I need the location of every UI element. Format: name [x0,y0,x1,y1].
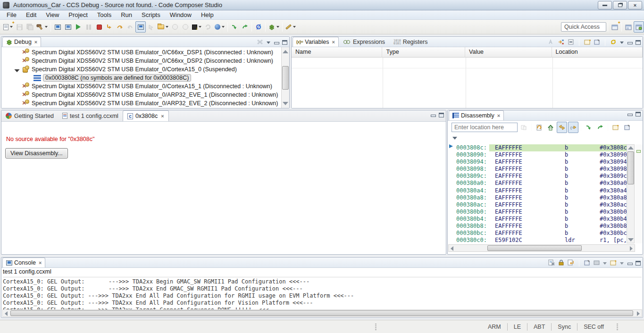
close-window-button[interactable]: × [628,1,642,9]
disassembly-row[interactable]: 000380ac:EAFFFFFEb#0x380ac [448,201,627,208]
minimize-window-button[interactable] [598,1,612,9]
debug-tree-scrollbar[interactable] [281,47,289,108]
home-icon[interactable] [545,122,556,133]
view-menu-icon[interactable] [620,42,624,44]
chevron-down-icon[interactable] [452,137,457,140]
tab-getting-started[interactable]: Getting Started [1,110,58,121]
column-header-value[interactable]: Value [465,47,552,58]
menu-run[interactable]: Run [116,10,137,20]
open-console-icon[interactable]: ✦ [610,259,617,267]
new-view-icon[interactable]: ✦ [611,122,621,133]
resume-button[interactable] [73,21,84,33]
debug-tree-item[interactable]: Spectrum Digital XDS560V2 STM USB Emulat… [1,48,281,57]
save-all-button[interactable] [25,21,35,33]
display-console-icon[interactable] [594,259,600,267]
chevron-down-icon[interactable] [620,262,624,265]
suspend-button[interactable] [84,21,94,33]
terminate-button[interactable] [94,21,104,33]
step-into-icon[interactable] [584,122,594,133]
build-button[interactable] [35,21,49,33]
instruction-stepping-toggle[interactable] [135,21,146,33]
assembly-step-button[interactable] [146,21,156,33]
save-button[interactable] [14,21,25,33]
refresh-view-icon[interactable] [534,122,544,133]
disassembly-row[interactable]: 000380a8:EAFFFFFEb#0x380a8 [448,194,627,201]
step-over-button[interactable] [115,21,125,33]
step-into-asm-button[interactable] [229,21,240,33]
menu-help[interactable]: Help [196,10,218,20]
tab-0x3808c[interactable]: c 0x3808c × [123,110,169,121]
clear-console-icon[interactable] [548,259,555,267]
minimize-view-icon[interactable] [430,113,435,117]
disassembly-vscrollbar[interactable] [627,144,635,243]
refresh-icon[interactable] [610,38,617,47]
flash-button[interactable] [191,21,203,33]
disassembly-hscrollbar[interactable] [448,244,635,252]
console-output[interactable]: CortexA15_0: GEL Output: --->>> TDA2xx B… [3,277,642,311]
menu-window[interactable]: Window [165,10,196,20]
disassembly-row[interactable]: 000380c0:E59F102Cldrr1, [pc, [448,237,627,244]
menu-project[interactable]: Project [64,10,92,20]
maximize-view-icon[interactable] [636,112,641,117]
tree-expander-icon[interactable] [14,67,19,72]
reset-button[interactable] [203,21,213,33]
multicore-button[interactable] [213,21,226,33]
location-input[interactable] [452,123,518,132]
reset-pc-button[interactable]: Ø [253,21,264,33]
maximize-view-icon[interactable] [636,40,641,45]
minimize-view-icon[interactable] [627,112,632,117]
restore-debug-state-button[interactable] [170,21,180,33]
menu-view[interactable]: View [41,10,64,20]
menu-tools[interactable]: Tools [92,10,116,20]
tab-variables[interactable]: (x)= Variables × [293,37,339,47]
maximize-view-icon[interactable] [282,40,287,45]
debug-tree-item[interactable]: Spectrum Digital XDS560V2 STM USB Emulat… [1,57,281,65]
quick-access-input[interactable] [561,22,606,32]
tab-registers[interactable]: 10100101 Registers [390,37,431,47]
statusbar-grip[interactable] [375,324,376,330]
new-file-button[interactable]: ✦ [2,21,14,33]
disassembly-row[interactable]: 000380b0:EAFFFFFEb#0x380b0 [448,208,627,216]
column-header-location[interactable]: Location [552,47,643,58]
column-header-type[interactable]: Type [382,47,465,58]
ccs-debug-perspective-button[interactable] [634,21,644,33]
disassembly-row[interactable]: 00038098:EAFFFFFEb#0x38098 [448,166,627,173]
menu-scripts[interactable]: Scripts [137,10,165,20]
view-menu-icon[interactable] [267,42,270,44]
pin-view-icon[interactable] [622,122,632,133]
debug-tree-item[interactable]: Spectrum Digital XDS560V2 STM USB Emulat… [1,82,281,91]
show-on-output-icon[interactable] [568,259,574,267]
disassembly-row[interactable]: 00038090:EAFFFFFEb#0x38090 [448,151,627,158]
disconnect-icon[interactable] [257,38,263,47]
disassembly-row[interactable]: 000380a0:EAFFFFFEb#0x380a0 [448,180,627,187]
new-target-configuration-button[interactable] [52,21,63,33]
load-program-button[interactable] [156,21,170,33]
console-hscrollbar[interactable] [2,309,642,317]
tab-disassembly[interactable]: Disassembly × [449,110,504,120]
debug-tree-item[interactable]: Spectrum Digital XDS560V2 STM USB Emulat… [1,91,281,99]
debug-tree-item[interactable]: 0x0003808C (no symbols are defined for 0… [1,74,281,82]
step-into-button[interactable] [104,21,115,33]
track-pc-toggle[interactable]: (= [568,122,578,133]
minimize-view-icon[interactable] [274,41,279,45]
new-view-icon[interactable]: ✦ [584,38,591,47]
close-icon[interactable]: × [161,113,164,119]
disassembly-row[interactable]: 000380b8:EAFFFFFEb#0x380b8 [448,223,627,230]
tab-console[interactable]: Console × [2,258,45,267]
close-icon[interactable]: × [497,113,500,118]
show-source-toggle[interactable] [557,122,567,133]
disassembly-listing[interactable]: 0003808c:EAFFFFFEb#0x3808c00038090:EAFFF… [448,144,627,244]
step-return-asm-button[interactable] [240,21,250,33]
tab-target-config[interactable]: test 1 config.ccxml [58,110,123,121]
collapse-all-icon[interactable] [568,38,574,47]
disassembly-row[interactable]: 0003809c:EAFFFFFEb#0x3809c [448,173,627,180]
debug-tree-item[interactable]: Spectrum Digital XDS560V2 STM USB Emulat… [1,65,281,74]
disassembly-row[interactable]: 000380bc:EAFFFFFEb#0x380bc [448,230,627,237]
debug-tree-item[interactable]: Spectrum Digital XDS560V2 STM USB Emulat… [1,99,281,108]
close-icon[interactable]: × [39,260,42,266]
pin-console-icon[interactable] [584,259,590,267]
tab-expressions[interactable]: Expressions [340,37,389,47]
close-icon[interactable]: × [34,39,37,45]
overview-ruler[interactable] [635,144,643,243]
restore-window-button[interactable] [613,1,627,9]
